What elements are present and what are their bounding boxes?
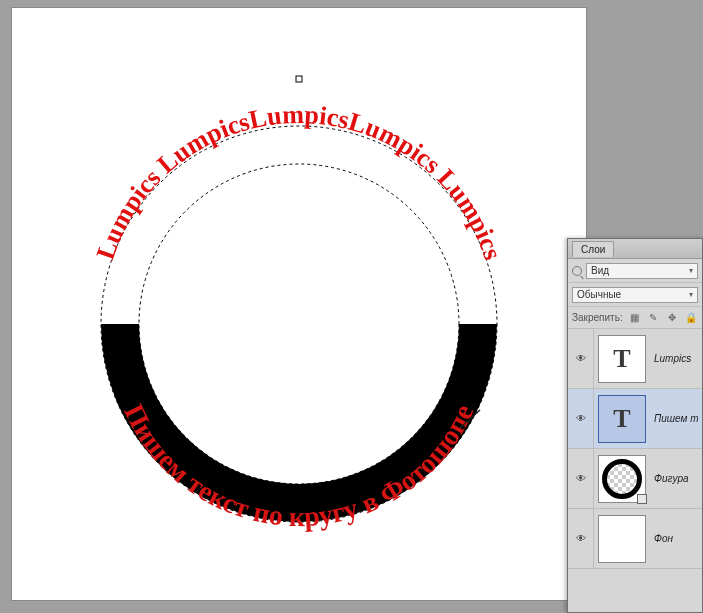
layer-item[interactable]: 👁TLumpics: [568, 329, 702, 389]
layer-thumbnail[interactable]: T: [598, 395, 646, 443]
lock-transparency-icon[interactable]: ▦: [628, 311, 642, 325]
blend-mode-label: Обычные: [577, 289, 621, 300]
filter-kind-dropdown[interactable]: Вид ▾: [586, 263, 698, 279]
panel-tab-bar: Слои: [568, 239, 702, 259]
layer-item[interactable]: 👁Фигура: [568, 449, 702, 509]
eye-icon[interactable]: 👁: [568, 329, 594, 388]
layer-item[interactable]: 👁TПишем т: [568, 389, 702, 449]
vector-mask-badge: [637, 494, 647, 504]
layer-name[interactable]: Фон: [650, 533, 702, 544]
shape-thumb-icon: [602, 459, 642, 499]
layer-thumbnail[interactable]: T: [598, 335, 646, 383]
bottom-curved-text[interactable]: Пишем текст по кругу в Фотошопе: [118, 399, 479, 532]
layer-name[interactable]: Lumpics: [650, 353, 702, 364]
lock-position-icon[interactable]: ✥: [665, 311, 679, 325]
chevron-down-icon: ▾: [689, 266, 693, 275]
layer-name[interactable]: Пишем т: [650, 413, 702, 424]
layer-item[interactable]: 👁Фон: [568, 509, 702, 569]
path-anchor-top[interactable]: [296, 76, 302, 82]
text-layer-icon: T: [613, 404, 630, 434]
lock-all-icon[interactable]: 🔒: [684, 311, 698, 325]
eye-icon[interactable]: 👁: [568, 449, 594, 508]
document-canvas[interactable]: Lumpics LumpicsLumpicsLumpics Lumpics Пи…: [12, 8, 586, 600]
top-curved-text[interactable]: Lumpics LumpicsLumpicsLumpics Lumpics: [91, 100, 508, 263]
canvas-area[interactable]: Lumpics LumpicsLumpicsLumpics Lumpics Пи…: [0, 0, 590, 613]
eye-icon[interactable]: 👁: [568, 389, 594, 448]
blend-mode-dropdown[interactable]: Обычные ▾: [572, 287, 698, 303]
layer-filter-row: Вид ▾: [568, 259, 702, 283]
panel-tab-layers[interactable]: Слои: [572, 241, 614, 257]
layer-name[interactable]: Фигура: [650, 473, 702, 484]
layers-list: 👁TLumpics👁TПишем т👁Фигура👁Фон: [568, 329, 702, 569]
blend-mode-row: Обычные ▾: [568, 283, 702, 307]
search-icon: [572, 266, 582, 276]
chevron-down-icon: ▾: [689, 290, 693, 299]
layer-thumbnail[interactable]: [598, 515, 646, 563]
lock-row: Закрепить: ▦ ✎ ✥ 🔒: [568, 307, 702, 329]
selection-inner: [139, 164, 459, 484]
eye-icon[interactable]: 👁: [568, 509, 594, 568]
text-layer-icon: T: [613, 344, 630, 374]
layer-thumbnail[interactable]: [598, 455, 646, 503]
circle-svg: Lumpics LumpicsLumpicsLumpics Lumpics Пи…: [62, 40, 536, 584]
lock-pixels-icon[interactable]: ✎: [647, 311, 661, 325]
filter-kind-label: Вид: [591, 265, 609, 276]
lock-row-label: Закрепить:: [572, 312, 623, 323]
layers-panel: Слои Вид ▾ Обычные ▾ Закрепить: ▦ ✎ ✥ 🔒 …: [567, 238, 703, 613]
